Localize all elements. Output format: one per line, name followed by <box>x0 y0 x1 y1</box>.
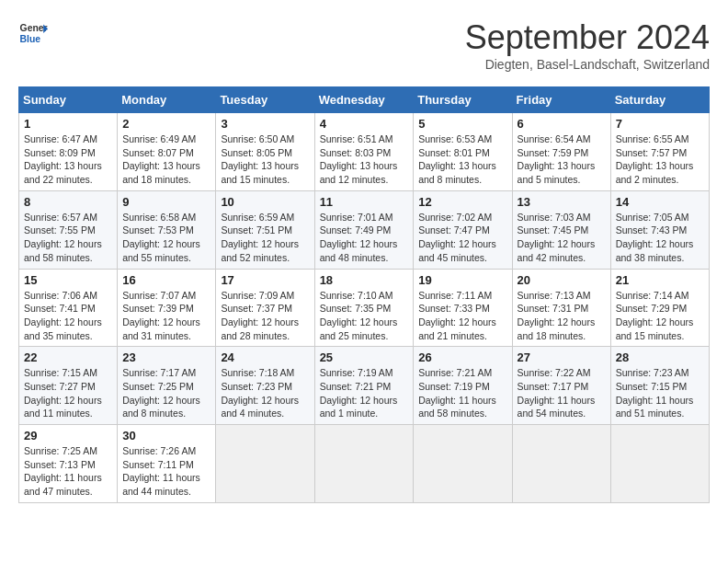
calendar-cell: 18Sunrise: 7:10 AMSunset: 7:35 PMDayligh… <box>314 269 414 347</box>
day-info: Sunrise: 6:50 AMSunset: 8:05 PMDaylight:… <box>221 132 309 187</box>
day-info: Sunrise: 7:05 AMSunset: 7:43 PMDaylight:… <box>616 211 704 265</box>
calendar-cell: 19Sunrise: 7:11 AMSunset: 7:33 PMDayligh… <box>414 269 512 347</box>
calendar-cell: 8Sunrise: 6:57 AMSunset: 7:55 PMDaylight… <box>19 190 118 269</box>
calendar-cell: 13Sunrise: 7:03 AMSunset: 7:45 PMDayligh… <box>512 190 610 269</box>
calendar-cell <box>610 425 709 503</box>
day-info: Sunrise: 7:11 AMSunset: 7:33 PMDaylight:… <box>418 289 506 343</box>
calendar-week-row: 15Sunrise: 7:06 AMSunset: 7:41 PMDayligh… <box>19 269 710 347</box>
day-info: Sunrise: 7:15 AMSunset: 7:27 PMDaylight:… <box>24 366 112 420</box>
day-number: 29 <box>24 429 112 442</box>
calendar-cell: 4Sunrise: 6:51 AMSunset: 8:03 PMDaylight… <box>314 113 414 191</box>
calendar-cell: 22Sunrise: 7:15 AMSunset: 7:27 PMDayligh… <box>19 347 118 425</box>
calendar-cell: 14Sunrise: 7:05 AMSunset: 7:43 PMDayligh… <box>610 190 709 269</box>
weekday-header: Friday <box>512 87 610 113</box>
title-block: September 2024 Diegten, Basel-Landschaft… <box>465 18 710 72</box>
day-info: Sunrise: 7:26 AMSunset: 7:11 PMDaylight:… <box>122 444 210 499</box>
calendar-cell: 26Sunrise: 7:21 AMSunset: 7:19 PMDayligh… <box>414 347 512 425</box>
day-number: 19 <box>418 273 506 287</box>
day-info: Sunrise: 6:51 AMSunset: 8:03 PMDaylight:… <box>320 132 409 187</box>
day-info: Sunrise: 6:57 AMSunset: 7:55 PMDaylight:… <box>24 211 112 265</box>
calendar-week-row: 8Sunrise: 6:57 AMSunset: 7:55 PMDaylight… <box>19 190 710 269</box>
calendar-cell: 1Sunrise: 6:47 AMSunset: 8:09 PMDaylight… <box>19 113 118 191</box>
calendar-cell: 12Sunrise: 7:02 AMSunset: 7:47 PMDayligh… <box>414 190 512 269</box>
day-number: 21 <box>616 273 704 287</box>
day-number: 11 <box>320 195 409 209</box>
calendar-cell: 28Sunrise: 7:23 AMSunset: 7:15 PMDayligh… <box>610 347 709 425</box>
day-number: 27 <box>518 350 606 364</box>
day-number: 4 <box>320 117 409 131</box>
day-number: 1 <box>24 117 112 131</box>
calendar-cell: 2Sunrise: 6:49 AMSunset: 8:07 PMDaylight… <box>118 113 216 191</box>
day-number: 25 <box>320 350 409 364</box>
day-info: Sunrise: 7:14 AMSunset: 7:29 PMDaylight:… <box>616 289 704 343</box>
calendar-cell: 23Sunrise: 7:17 AMSunset: 7:25 PMDayligh… <box>118 347 216 425</box>
calendar-cell: 25Sunrise: 7:19 AMSunset: 7:21 PMDayligh… <box>314 347 414 425</box>
day-number: 30 <box>122 429 210 442</box>
calendar-week-row: 29Sunrise: 7:25 AMSunset: 7:13 PMDayligh… <box>19 425 710 503</box>
day-number: 2 <box>122 117 210 131</box>
day-info: Sunrise: 6:53 AMSunset: 8:01 PMDaylight:… <box>418 132 506 187</box>
page-header: General Blue September 2024 Diegten, Bas… <box>18 18 710 72</box>
calendar-cell: 9Sunrise: 6:58 AMSunset: 7:53 PMDaylight… <box>118 190 216 269</box>
day-info: Sunrise: 7:10 AMSunset: 7:35 PMDaylight:… <box>320 289 409 343</box>
day-info: Sunrise: 6:49 AMSunset: 8:07 PMDaylight:… <box>122 132 210 187</box>
calendar-cell: 11Sunrise: 7:01 AMSunset: 7:49 PMDayligh… <box>314 190 414 269</box>
day-info: Sunrise: 7:22 AMSunset: 7:17 PMDaylight:… <box>518 366 606 420</box>
calendar-week-row: 1Sunrise: 6:47 AMSunset: 8:09 PMDaylight… <box>19 113 710 191</box>
calendar-cell <box>216 425 314 503</box>
day-info: Sunrise: 7:02 AMSunset: 7:47 PMDaylight:… <box>418 211 506 265</box>
day-number: 3 <box>221 117 309 131</box>
location: Diegten, Basel-Landschaft, Switzerland <box>465 57 710 72</box>
calendar-cell: 24Sunrise: 7:18 AMSunset: 7:23 PMDayligh… <box>216 347 314 425</box>
weekday-header: Wednesday <box>314 87 414 113</box>
day-number: 20 <box>518 273 606 287</box>
calendar-cell: 29Sunrise: 7:25 AMSunset: 7:13 PMDayligh… <box>19 425 118 503</box>
day-info: Sunrise: 7:13 AMSunset: 7:31 PMDaylight:… <box>518 289 606 343</box>
calendar-cell <box>314 425 414 503</box>
day-number: 23 <box>122 350 210 364</box>
day-number: 26 <box>418 350 506 364</box>
weekday-header: Saturday <box>610 87 709 113</box>
day-number: 7 <box>616 117 704 131</box>
svg-text:Blue: Blue <box>20 34 41 44</box>
calendar-cell <box>512 425 610 503</box>
day-info: Sunrise: 7:06 AMSunset: 7:41 PMDaylight:… <box>24 289 112 343</box>
calendar-cell: 27Sunrise: 7:22 AMSunset: 7:17 PMDayligh… <box>512 347 610 425</box>
calendar-cell: 7Sunrise: 6:55 AMSunset: 7:57 PMDaylight… <box>610 113 709 191</box>
calendar-header-row: SundayMondayTuesdayWednesdayThursdayFrid… <box>19 87 710 113</box>
weekday-header: Monday <box>118 87 216 113</box>
calendar-cell: 30Sunrise: 7:26 AMSunset: 7:11 PMDayligh… <box>118 425 216 503</box>
day-number: 16 <box>122 273 210 287</box>
day-number: 8 <box>24 195 112 209</box>
day-info: Sunrise: 6:55 AMSunset: 7:57 PMDaylight:… <box>616 132 704 187</box>
day-number: 24 <box>221 350 309 364</box>
calendar-cell <box>414 425 512 503</box>
day-info: Sunrise: 7:01 AMSunset: 7:49 PMDaylight:… <box>320 211 409 265</box>
day-info: Sunrise: 7:25 AMSunset: 7:13 PMDaylight:… <box>24 444 112 499</box>
day-info: Sunrise: 6:58 AMSunset: 7:53 PMDaylight:… <box>122 211 210 265</box>
day-info: Sunrise: 7:21 AMSunset: 7:19 PMDaylight:… <box>418 366 506 420</box>
day-number: 10 <box>221 195 309 209</box>
day-number: 13 <box>518 195 606 209</box>
logo-icon: General Blue <box>18 18 48 48</box>
day-info: Sunrise: 7:19 AMSunset: 7:21 PMDaylight:… <box>320 366 409 420</box>
calendar-cell: 3Sunrise: 6:50 AMSunset: 8:05 PMDaylight… <box>216 113 314 191</box>
calendar-cell: 17Sunrise: 7:09 AMSunset: 7:37 PMDayligh… <box>216 269 314 347</box>
weekday-header: Tuesday <box>216 87 314 113</box>
weekday-header: Sunday <box>19 87 118 113</box>
day-info: Sunrise: 6:59 AMSunset: 7:51 PMDaylight:… <box>221 211 309 265</box>
logo: General Blue <box>18 18 48 48</box>
calendar-cell: 15Sunrise: 7:06 AMSunset: 7:41 PMDayligh… <box>19 269 118 347</box>
day-info: Sunrise: 6:47 AMSunset: 8:09 PMDaylight:… <box>24 132 112 187</box>
calendar-cell: 6Sunrise: 6:54 AMSunset: 7:59 PMDaylight… <box>512 113 610 191</box>
calendar-cell: 16Sunrise: 7:07 AMSunset: 7:39 PMDayligh… <box>118 269 216 347</box>
day-number: 15 <box>24 273 112 287</box>
day-info: Sunrise: 7:07 AMSunset: 7:39 PMDaylight:… <box>122 289 210 343</box>
day-info: Sunrise: 6:54 AMSunset: 7:59 PMDaylight:… <box>518 132 606 187</box>
day-info: Sunrise: 7:09 AMSunset: 7:37 PMDaylight:… <box>221 289 309 343</box>
day-info: Sunrise: 7:17 AMSunset: 7:25 PMDaylight:… <box>122 366 210 420</box>
calendar-cell: 20Sunrise: 7:13 AMSunset: 7:31 PMDayligh… <box>512 269 610 347</box>
day-number: 14 <box>616 195 704 209</box>
day-number: 9 <box>122 195 210 209</box>
day-info: Sunrise: 7:23 AMSunset: 7:15 PMDaylight:… <box>616 366 704 420</box>
